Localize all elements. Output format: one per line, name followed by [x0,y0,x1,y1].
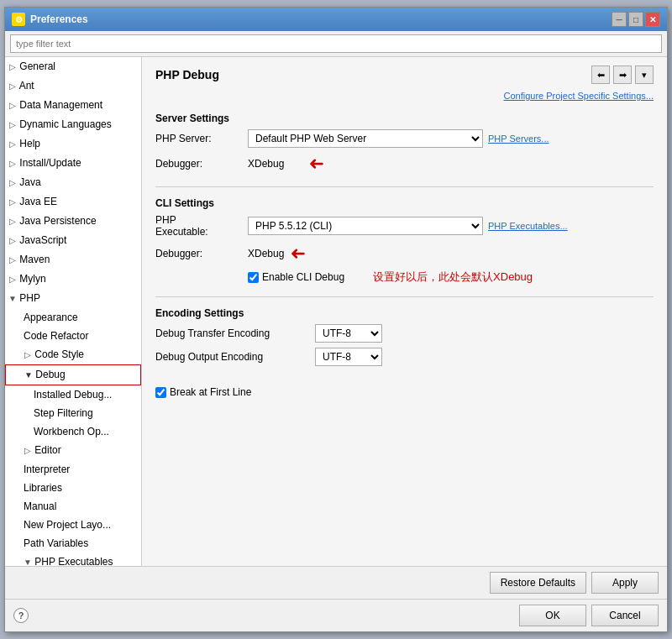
apply-button[interactable]: Apply [591,572,659,594]
php-executable-select[interactable]: PHP 5.5.12 (CLI) [248,217,483,235]
php-server-label: PHP Server: [155,133,248,144]
expand-icon: ▷ [8,118,17,133]
tree-label: Ant [19,80,34,92]
cancel-button[interactable]: Cancel [591,605,659,626]
ok-cancel-bar: ? OK Cancel [5,599,667,631]
php-executables-link[interactable]: PHP Executables... [488,221,568,231]
ok-button[interactable]: OK [519,605,586,626]
tree-item-general[interactable]: ▷ General [5,57,141,76]
minimize-button[interactable]: ─ [612,12,627,27]
tree-item-php-executables[interactable]: ▼ PHP Executables [5,553,141,566]
tree-item-java-ee[interactable]: ▷ Java EE [5,192,141,212]
restore-defaults-button[interactable]: Restore Defaults [490,572,586,594]
tree-label: General [19,60,55,72]
php-server-select[interactable]: Default PHP Web Server [248,129,483,148]
tree-label: Installed Debug... [34,389,112,401]
tree-item-path-variables[interactable]: Path Variables [5,534,141,553]
php-executable-control: PHP 5.5.12 (CLI) PHP Executables... [248,217,654,235]
tree-label: Install/Update [19,157,81,169]
expand-icon: ▼ [8,291,17,306]
tree-item-workbench-op[interactable]: Workbench Op... [5,422,141,441]
preferences-window: ⚙ Preferences ─ □ ✕ ▷ General ▷ Ant ▷ [4,7,668,632]
tree-label: PHP Executables [34,556,113,566]
tree-label: Help [19,138,40,149]
expand-icon: ▷ [8,98,17,113]
server-debugger-value: XDebug [248,158,284,170]
main-content: ▷ General ▷ Ant ▷ Data Management ▷ Dyna… [5,57,667,566]
back-icon[interactable]: ⬅ [591,65,610,84]
debug-transfer-row: Debug Transfer Encoding UTF-8 [155,324,654,343]
php-executable-label: PHPExecutable: [155,214,248,238]
tree-item-installed-debug[interactable]: Installed Debug... [5,385,141,404]
tree-label: Java Persistence [19,215,96,227]
configure-link[interactable]: Configure Project Specific Settings... [155,91,654,101]
tree-item-data-mgmt[interactable]: ▷ Data Management [5,96,141,115]
enable-cli-checkbox[interactable] [248,272,259,283]
cli-debugger-row: Debugger: XDebug ➜ [155,243,654,265]
tree-item-install-update[interactable]: ▷ Install/Update [5,154,141,173]
tree-item-mylyn[interactable]: ▷ Mylyn [5,270,141,289]
enable-cli-label: Enable CLI Debug [262,271,344,283]
tree-item-new-project-layout[interactable]: New Project Layo... [5,516,141,534]
expand-icon: ▷ [24,348,32,363]
cli-debugger-value: XDebug [248,248,284,259]
restore-apply-bar: Restore Defaults Apply [5,566,667,599]
tree-item-php[interactable]: ▼ PHP [5,289,141,308]
tree-item-debug[interactable]: ▼ Debug [5,364,141,385]
server-debugger-label: Debugger: [155,158,248,170]
dropdown-icon[interactable]: ▾ [635,65,654,84]
close-button[interactable]: ✕ [645,12,660,27]
tree-item-editor[interactable]: ▷ Editor [5,441,141,460]
tree-item-dynamic-lang[interactable]: ▷ Dynamic Languages [5,115,141,134]
break-at-first-line-row: Break at First Line [155,386,654,398]
tree-item-step-filtering[interactable]: Step Filtering [5,404,141,422]
expand-icon: ▷ [24,443,32,458]
tree-label: JavaScript [19,234,66,246]
maximize-button[interactable]: □ [628,12,643,27]
debug-output-row: Debug Output Encoding UTF-8 [155,348,654,366]
cli-settings-title: CLI Settings [155,197,654,209]
debug-output-select[interactable]: UTF-8 [315,348,382,366]
tree-item-ant[interactable]: ▷ Ant [5,76,141,96]
search-input[interactable] [10,34,662,53]
debug-transfer-select[interactable]: UTF-8 [315,324,382,343]
search-bar [5,31,667,57]
expand-icon: ▷ [8,233,17,249]
tree-label: New Project Layo... [24,519,111,531]
tree-item-code-style[interactable]: ▷ Code Style [5,345,141,364]
tree-item-java-persistence[interactable]: ▷ Java Persistence [5,212,141,231]
server-settings-title: Server Settings [155,113,654,124]
chinese-note: 设置好以后，此处会默认XDebug [373,270,533,285]
tree-item-java[interactable]: ▷ Java [5,173,141,192]
header-toolbar: ⬅ ➡ ▾ [591,65,654,84]
expand-icon: ▷ [8,175,17,191]
php-server-row: PHP Server: Default PHP Web Server PHP S… [155,129,654,148]
tree-item-code-refactor[interactable]: Code Refactor [5,327,141,345]
page-title: PHP Debug [155,68,219,81]
tree-label: Workbench Op... [34,426,109,437]
tree-label: Java [19,176,40,188]
tree-item-manual[interactable]: Manual [5,497,141,516]
break-at-first-line-checkbox[interactable] [155,387,166,398]
tree-item-interpreter[interactable]: Interpreter [5,460,141,479]
php-servers-link[interactable]: PHP Servers... [488,134,549,144]
tree-label: Debug [35,369,65,380]
debug-transfer-label: Debug Transfer Encoding [155,327,315,339]
tree-item-appearance[interactable]: Appearance [5,308,141,327]
tree-item-libraries[interactable]: Libraries [5,479,141,497]
tree-label: Manual [24,500,56,512]
forward-icon[interactable]: ➡ [613,65,632,84]
tree-label: Interpreter [24,464,70,475]
tree-label: Maven [19,254,50,265]
expand-icon: ▷ [8,79,17,94]
tree-item-javascript[interactable]: ▷ JavaScript [5,231,141,250]
tree-label: Appearance [24,312,78,323]
tree-label: Editor [34,444,60,456]
help-icon[interactable]: ? [13,608,29,623]
expand-icon: ▷ [8,272,17,287]
window-controls: ─ □ ✕ [612,12,660,27]
tree-item-help[interactable]: ▷ Help [5,134,141,154]
titlebar: ⚙ Preferences ─ □ ✕ [5,8,667,31]
tree-label: Data Management [19,99,102,111]
tree-item-maven[interactable]: ▷ Maven [5,250,141,270]
